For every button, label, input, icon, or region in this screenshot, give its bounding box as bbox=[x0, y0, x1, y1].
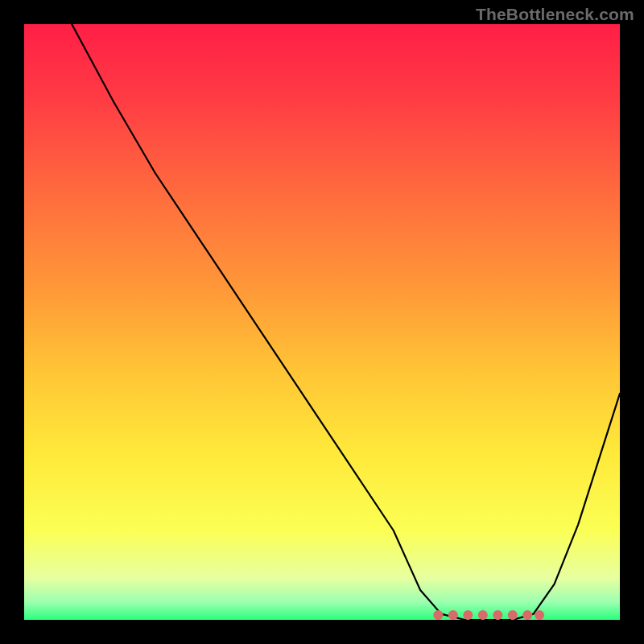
optimal-marker bbox=[463, 610, 473, 620]
optimal-marker bbox=[508, 610, 518, 620]
watermark-text: TheBottleneck.com bbox=[476, 5, 634, 24]
chart-frame: TheBottleneck.com bbox=[0, 0, 644, 644]
optimal-marker bbox=[535, 610, 544, 620]
optimal-marker bbox=[448, 610, 458, 620]
plot-area bbox=[24, 24, 620, 620]
gradient-background bbox=[24, 24, 620, 620]
optimal-marker bbox=[493, 610, 502, 620]
optimal-marker bbox=[522, 610, 532, 620]
optimal-marker bbox=[478, 610, 488, 620]
optimal-marker bbox=[433, 610, 443, 620]
chart-svg bbox=[24, 24, 620, 620]
